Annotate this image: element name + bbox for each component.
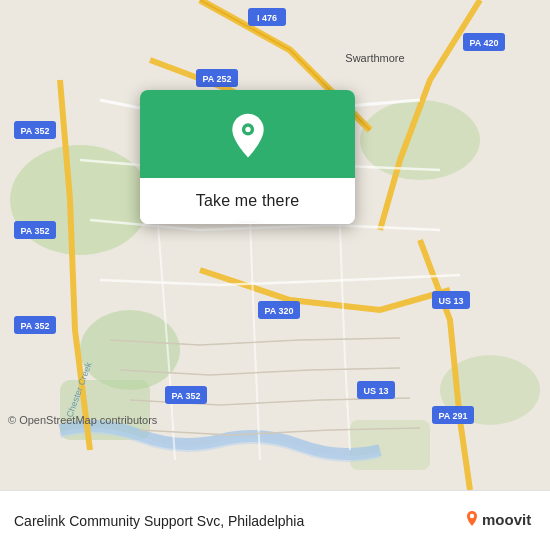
svg-text:PA 352: PA 352 — [20, 226, 49, 236]
bottom-info: Carelink Community Support Svc, Philadel… — [14, 512, 456, 530]
svg-text:moovit: moovit — [482, 511, 531, 528]
take-me-there-button[interactable]: Take me there — [140, 178, 355, 224]
location-pin-icon — [224, 112, 272, 160]
svg-point-32 — [245, 127, 250, 132]
svg-text:PA 320: PA 320 — [264, 306, 293, 316]
svg-text:PA 352: PA 352 — [20, 321, 49, 331]
svg-text:US 13: US 13 — [438, 296, 463, 306]
popup-card: Take me there — [140, 90, 355, 224]
copyright-text: © OpenStreetMap contributors — [8, 414, 157, 426]
bottom-title: Carelink Community Support Svc, Philadel… — [14, 513, 304, 529]
svg-text:PA 352: PA 352 — [171, 391, 200, 401]
svg-text:PA 352: PA 352 — [20, 126, 49, 136]
moovit-icon: moovit — [466, 507, 536, 535]
moovit-logo: moovit — [466, 507, 536, 535]
svg-text:US 13: US 13 — [363, 386, 388, 396]
popup-green-area — [140, 90, 355, 178]
svg-text:I 476: I 476 — [257, 13, 277, 23]
svg-text:PA 252: PA 252 — [202, 74, 231, 84]
map-container: I 476 PA 420 PA 252 PA 352 PA 352 PA 352… — [0, 0, 550, 490]
svg-text:Swarthmore: Swarthmore — [345, 52, 404, 64]
svg-text:PA 420: PA 420 — [469, 38, 498, 48]
svg-text:PA 291: PA 291 — [438, 411, 467, 421]
bottom-bar: Carelink Community Support Svc, Philadel… — [0, 490, 550, 550]
svg-point-33 — [470, 513, 474, 517]
